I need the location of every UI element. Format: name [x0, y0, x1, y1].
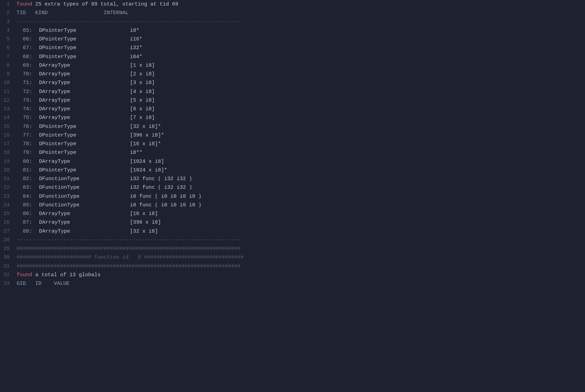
line-content: found 25 extra types of 89 total, starti…: [17, 0, 178, 8]
line-number: 31: [0, 262, 17, 270]
line-content: ########################################…: [17, 262, 240, 270]
code-line: 20 81: DPointerType [1024 x i8]*: [0, 166, 585, 175]
line-number: 22: [0, 184, 17, 192]
line-content: ----------------------------------------…: [17, 236, 240, 244]
line-content: 67: DPointerType i32*: [17, 44, 142, 52]
code-line: 7 68: DPointerType i64*: [0, 53, 585, 61]
line-number: 6: [0, 44, 17, 52]
line-number: 16: [0, 131, 17, 139]
line-number: 32: [0, 271, 17, 279]
line-number: 2: [0, 9, 17, 17]
code-line: 3---------------------------------------…: [0, 18, 585, 26]
line-content: 66: DPointerType i16*: [17, 35, 142, 43]
line-content: 71: DArrayType [3 x i8]: [17, 79, 155, 87]
code-line: 9 70: DArrayType [2 x i8]: [0, 70, 585, 78]
line-number: 24: [0, 201, 17, 209]
line-number: 33: [0, 280, 17, 288]
line-number: 19: [0, 158, 17, 166]
line-number: 1: [0, 0, 17, 8]
line-number: 9: [0, 70, 17, 78]
code-line: 28--------------------------------------…: [0, 236, 585, 244]
line-number: 14: [0, 114, 17, 122]
line-content: 72: DArrayType [4 x i8]: [17, 88, 155, 96]
line-number: 8: [0, 62, 17, 69]
line-content: 78: DPointerType [16 x i8]*: [17, 140, 161, 148]
line-number: 17: [0, 140, 17, 148]
line-number: 13: [0, 105, 17, 113]
code-line: 25 86: DArrayType [16 x i8]: [0, 209, 585, 218]
line-content: 75: DArrayType [7 x i8]: [17, 114, 155, 122]
line-content: 84: DFunctionType i0 func ( i0 i0 i0 i0 …: [17, 193, 201, 200]
line-number: 15: [0, 123, 17, 131]
line-content: 77: DPointerType [396 x i8]*: [17, 131, 164, 139]
line-content: 82: DFunctionType i32 func ( i32 i32 ): [17, 175, 192, 183]
line-number: 29: [0, 245, 17, 253]
line-content: ########################################…: [17, 245, 240, 253]
line-content: 73: DArrayType [5 x i8]: [17, 96, 155, 104]
line-number: 20: [0, 166, 17, 174]
code-line: 23 84: DFunctionType i0 func ( i0 i0 i0 …: [0, 192, 585, 201]
code-line: 33GID ID VALUE: [0, 279, 585, 288]
code-line: 18 79: DPointerType i8**: [0, 148, 585, 157]
line-content: TID KIND INTERNAL: [17, 9, 129, 17]
line-content: 81: DPointerType [1024 x i8]*: [17, 166, 167, 174]
code-line: 12 73: DArrayType [5 x i8]: [0, 96, 585, 105]
line-number: 26: [0, 218, 17, 226]
line-number: 21: [0, 175, 17, 183]
line-number: 25: [0, 210, 17, 218]
code-line: 22 83: DFunctionType i32 func ( i32 i32 …: [0, 183, 585, 192]
code-line: 31######################################…: [0, 262, 585, 271]
code-line: 24 85: DFunctionType i0 func ( i0 i0 i0 …: [0, 201, 585, 209]
line-number: 5: [0, 35, 17, 43]
line-content: 68: DPointerType i64*: [17, 53, 142, 61]
code-line: 21 82: DFunctionType i32 func ( i32 i32 …: [0, 175, 585, 183]
line-number: 4: [0, 27, 17, 35]
line-content: 70: DArrayType [2 x i8]: [17, 70, 155, 78]
code-line: 14 75: DArrayType [7 x i8]: [0, 113, 585, 122]
line-number: 7: [0, 53, 17, 61]
line-content: 79: DPointerType i8**: [17, 149, 142, 157]
line-content: 74: DArrayType [6 x i8]: [17, 105, 155, 113]
code-line: 32found a total of 13 globals: [0, 271, 585, 279]
line-number: 10: [0, 79, 17, 87]
line-number: 23: [0, 193, 17, 200]
code-line: 16 77: DPointerType [396 x i8]*: [0, 131, 585, 140]
line-content: 69: DArrayType [1 x i8]: [17, 62, 155, 69]
line-content: 87: DArrayType [396 x i8]: [17, 218, 161, 226]
code-line: 17 78: DPointerType [16 x i8]*: [0, 140, 585, 148]
line-content: 80: DArrayType [1024 x i8]: [17, 158, 164, 166]
line-content: 86: DArrayType [16 x i8]: [17, 210, 158, 218]
code-line: 5 66: DPointerType i16*: [0, 35, 585, 44]
line-number: 11: [0, 88, 17, 96]
line-number: 27: [0, 227, 17, 235]
line-content: 65: DPointerType i8*: [17, 27, 139, 35]
line-content: 83: DFunctionType i32 func ( i32 i32 ): [17, 184, 192, 192]
code-line: 4 65: DPointerType i8*: [0, 26, 585, 35]
code-line: 10 71: DArrayType [3 x i8]: [0, 78, 585, 87]
code-line: 1found 25 extra types of 89 total, start…: [0, 0, 585, 9]
line-number: 28: [0, 236, 17, 244]
code-line: 13 74: DArrayType [6 x i8]: [0, 105, 585, 113]
code-line: 19 80: DArrayType [1024 x i8]: [0, 157, 585, 166]
line-number: 18: [0, 149, 17, 157]
code-line: 11 72: DArrayType [4 x i8]: [0, 87, 585, 96]
line-number: 3: [0, 18, 17, 26]
code-view: 1found 25 extra types of 89 total, start…: [0, 0, 585, 288]
code-line: 30######################## Function id 0…: [0, 253, 585, 262]
code-line: 6 67: DPointerType i32*: [0, 44, 585, 52]
code-line: 2TID KIND INTERNAL: [0, 9, 585, 17]
line-content: ----------------------------------------…: [17, 18, 240, 26]
line-content: 88: DArrayType [32 x i8]: [17, 227, 158, 235]
line-content: 76: DPointerType [32 x i8]*: [17, 123, 161, 131]
line-content: ######################## Function id 0 #…: [17, 253, 244, 261]
line-content: GID ID VALUE: [17, 280, 69, 288]
code-line: 26 87: DArrayType [396 x i8]: [0, 218, 585, 227]
line-number: 12: [0, 96, 17, 104]
line-content: 85: DFunctionType i0 func ( i0 i0 i0 i0 …: [17, 201, 201, 209]
line-content: found a total of 13 globals: [17, 271, 101, 279]
code-line: 29######################################…: [0, 244, 585, 253]
code-line: 15 76: DPointerType [32 x i8]*: [0, 122, 585, 131]
code-line: 8 69: DArrayType [1 x i8]: [0, 61, 585, 70]
code-line: 27 88: DArrayType [32 x i8]: [0, 227, 585, 236]
line-number: 30: [0, 253, 17, 261]
